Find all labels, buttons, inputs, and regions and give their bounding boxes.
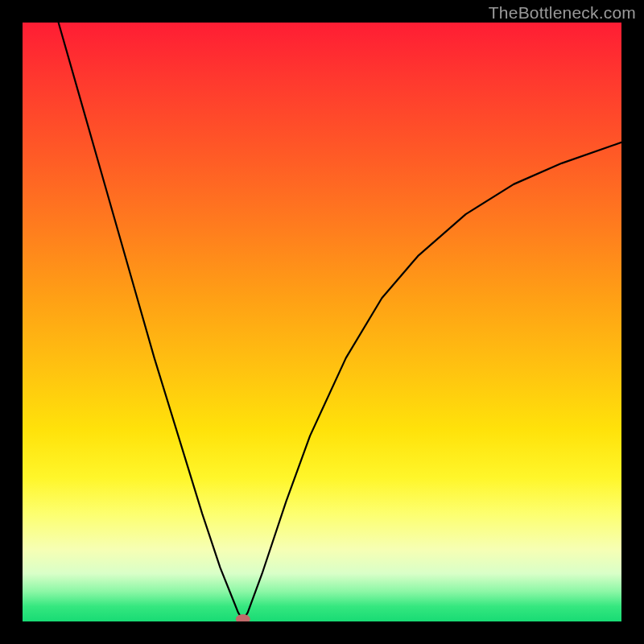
optimal-point-marker xyxy=(236,614,250,621)
plot-area xyxy=(23,23,621,621)
curve-layer xyxy=(23,23,621,621)
bottleneck-curve xyxy=(59,23,621,621)
chart-frame: TheBottleneck.com xyxy=(0,0,644,644)
watermark-text: TheBottleneck.com xyxy=(489,3,636,23)
